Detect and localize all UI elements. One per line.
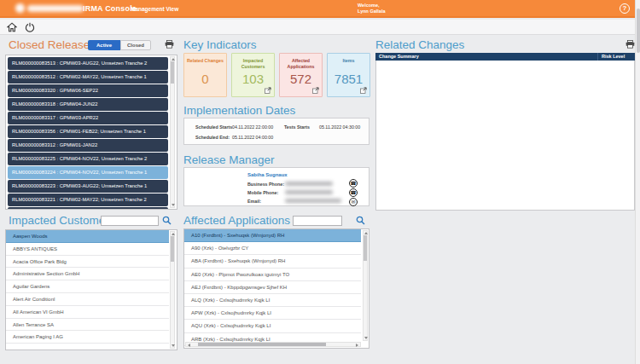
release-list-item[interactable]: RLM000000083318 : GPMW04-JUN22 xyxy=(8,98,168,111)
impacted-customers-list: Aaspen Woods ABBYS ANTIQUES Acacia Offic… xyxy=(5,229,177,350)
page-scrollbar-thumb[interactable] xyxy=(637,9,640,53)
applications-scrollbar-thumb[interactable] xyxy=(364,235,367,261)
send-email-icon[interactable]: ✉ xyxy=(349,198,358,206)
customer-list-item[interactable]: Alert Air Conditionl xyxy=(6,293,169,306)
scroll-down-arrow[interactable] xyxy=(172,344,175,347)
call-business-phone-icon[interactable]: ☎ xyxy=(349,179,358,188)
application-list-item[interactable]: AQU (Xzk) - Cxlsojhudmrky Kqjk LI xyxy=(184,320,361,332)
release-list-item[interactable]: RLM000000083513 : CPMW03-AUG22, Umsetzen… xyxy=(8,57,168,70)
kpi-value: 103 xyxy=(232,72,274,86)
call-mobile-phone-icon[interactable]: ☎ xyxy=(349,188,358,197)
welcome-text: Welcome, Lynn Gallala xyxy=(358,3,386,14)
field-label: Scheduled Starts xyxy=(195,124,232,130)
customer-list-item[interactable]: ABBYS ANTIQUES xyxy=(6,243,169,256)
release-list-item[interactable]: RLM000000083356 : CPMW01-FEB22; Umsetzen… xyxy=(8,125,168,138)
release-list-item[interactable]: RLM000000083320 : GPMW06-SEP22 xyxy=(8,84,168,97)
column-change-summary[interactable]: Change Summary xyxy=(379,53,419,61)
customer-list-item[interactable]: Aguilar Gardens xyxy=(6,280,169,293)
release-list-item[interactable]: RLM000000083221 : CPMW02-MAY22; Umsetzen… xyxy=(8,194,168,206)
kpi-affected-applications: Affected Applications 572 xyxy=(279,53,323,97)
customer-list-item[interactable]: American Paging I AG xyxy=(6,331,169,344)
applications-search-icon[interactable] xyxy=(356,216,365,225)
company-logo[interactable] xyxy=(15,3,87,14)
customers-search-icon[interactable] xyxy=(162,216,172,225)
business-phone-row: Business Phone: xyxy=(247,182,284,187)
kpi-value: 0 xyxy=(184,72,226,86)
home-icon[interactable] xyxy=(7,22,17,32)
release-list-item[interactable]: RLM000000083224 : CPMW04-NOV22, Umsetzen… xyxy=(8,166,168,179)
scroll-down-arrow[interactable] xyxy=(364,337,368,339)
releases-scrollbar[interactable] xyxy=(170,56,175,208)
release-list-item[interactable]: RLM000000083312 : GPMW01-JAN22 xyxy=(8,139,168,152)
customer-list-item[interactable]: All American VI GmbH xyxy=(6,306,169,319)
customer-list-item[interactable]: Allen Terrance SA xyxy=(6,319,169,332)
customer-list-item[interactable]: Administrative Section GmbH xyxy=(6,268,169,280)
field-label: Business Phone: xyxy=(247,182,284,187)
column-risk-level[interactable]: Risk Level xyxy=(597,53,635,61)
application-list-item[interactable]: APW (Xzk) - Cxlsojhudmrky Kqjk LI xyxy=(184,307,361,320)
logo-text-redacted xyxy=(27,5,84,12)
customers-scrollbar-thumb[interactable] xyxy=(171,236,174,262)
kpi-value: 7851 xyxy=(328,72,369,86)
application-list-item[interactable]: AE0 (Xzk) - Plpmot Pwozulkoax igutmyi TO xyxy=(184,269,361,281)
kpi-label: Related Changes xyxy=(184,54,226,64)
power-icon[interactable] xyxy=(25,22,35,32)
application-list-item[interactable]: AEJ (Fxrdbnt) - Kbppdpgwnsgev Sjhef KH xyxy=(184,281,361,294)
field-value: 05.11.2022 04:30:00 xyxy=(319,124,379,130)
external-link-icon[interactable] xyxy=(265,87,271,94)
field-label: Scheduled End: xyxy=(195,135,230,140)
manager-name: Sabiha Sugnaux xyxy=(247,172,288,177)
application-list-item[interactable]: A90 (Xzk) - Otelvgzbr CY xyxy=(184,242,361,255)
tests-starts-field: Tests Starts 05.11.2022 04:30:00 xyxy=(284,124,310,130)
customers-scrollbar[interactable] xyxy=(170,231,175,349)
application-list-item[interactable]: A10 (Fxrdbnt) - Sxehuqsk (Wmjonyd) RH xyxy=(184,229,361,242)
release-list-item[interactable]: RLM000000083223 : CPMW03-AUG22; Umsetzen… xyxy=(8,180,168,193)
welcome-line2: Lynn Gallala xyxy=(358,9,386,14)
field-label: Email: xyxy=(247,199,261,204)
releases-scrollbar-thumb[interactable] xyxy=(171,61,174,84)
customers-search-input[interactable] xyxy=(101,216,159,226)
applications-search-input[interactable] xyxy=(293,216,342,226)
scroll-up-arrow[interactable] xyxy=(172,233,175,235)
applications-scrollbar[interactable] xyxy=(363,230,368,341)
print-changes-icon[interactable] xyxy=(625,40,635,49)
kpi-items: Items 7851 xyxy=(327,53,370,97)
toolbar xyxy=(0,20,635,35)
active-toggle-button[interactable]: Active xyxy=(88,40,120,50)
scroll-up-arrow[interactable] xyxy=(364,232,368,234)
welcome-line1: Welcome, xyxy=(358,3,386,9)
external-link-icon[interactable] xyxy=(312,87,319,94)
release-list-item[interactable] xyxy=(8,207,168,210)
kpi-label: Affected Applications xyxy=(280,54,322,69)
print-releases-icon[interactable] xyxy=(165,40,174,49)
related-changes-table-header: Change Summary Risk Level xyxy=(375,53,635,61)
scroll-up-arrow[interactable] xyxy=(172,58,175,61)
top-bar: IRMA Console Management View Welcome, Ly… xyxy=(0,0,640,18)
applications-h-scrollbar-thumb[interactable] xyxy=(198,343,326,346)
kpi-value: 572 xyxy=(280,72,322,86)
field-label: Mobile Phone: xyxy=(247,190,278,195)
scroll-down-arrow[interactable] xyxy=(172,204,175,206)
nav-management-view[interactable]: Management View xyxy=(131,6,178,12)
scroll-left-arrow[interactable] xyxy=(188,344,190,347)
application-list-item[interactable]: ALQ (Xzk) - Cxlsojhudmrky Kqjk LI xyxy=(184,294,361,307)
page-scrollbar[interactable] xyxy=(635,0,640,364)
customer-list-item[interactable]: Acacia Office Park Bldg xyxy=(6,256,169,269)
field-value: 05.11.2022 04:00:00 xyxy=(232,135,292,140)
applications-h-scrollbar[interactable] xyxy=(185,342,361,347)
related-changes-title: Related Changes xyxy=(375,38,464,51)
customer-list-item[interactable]: Aaspen Woods xyxy=(6,230,169,243)
release-list-item[interactable]: RLM000000083317 : GPMW03-APR22 xyxy=(8,112,168,124)
release-list-item[interactable]: RLM000000083512 : CPMW02-MAY22, Umsetzen… xyxy=(8,71,168,84)
email-row: Email: xyxy=(247,199,261,204)
help-icon[interactable]: ? xyxy=(620,3,630,14)
kpi-related-changes: Related Changes 0 xyxy=(183,53,227,97)
field-label: Tests Starts xyxy=(284,124,310,130)
closed-toggle-button[interactable]: Closed xyxy=(120,40,151,50)
release-list-item[interactable]: RLM000000083225 : CPMW04-NOV22, Umsetzen… xyxy=(8,153,168,165)
closed-releases-title: Closed Releases xyxy=(9,38,96,51)
redacted-business-phone xyxy=(285,182,333,186)
external-link-icon[interactable] xyxy=(360,87,367,94)
scroll-right-arrow[interactable] xyxy=(356,344,358,347)
application-list-item[interactable]: ABA (Fxrdbnt) - Sxehuqsk (Wmjonyd) RH xyxy=(184,255,361,268)
